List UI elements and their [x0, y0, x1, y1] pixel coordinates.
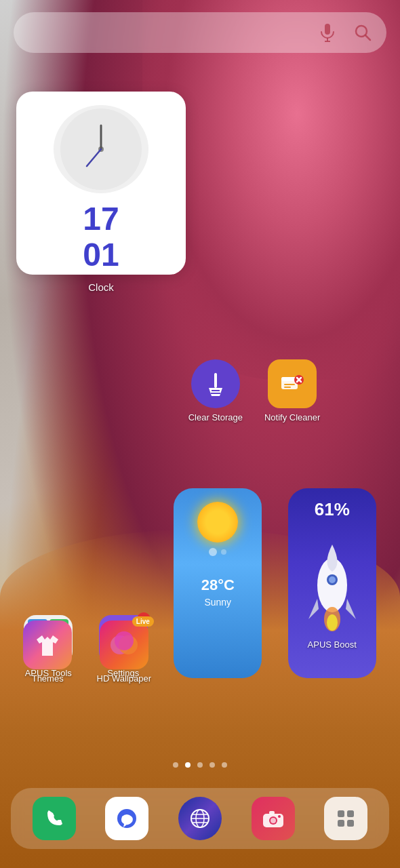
page-dots: [0, 762, 400, 768]
apps-row-1: Clear Storage Notify Cleaner: [0, 359, 400, 422]
svg-line-4: [365, 35, 370, 40]
themes-label: Themes: [32, 673, 64, 684]
svg-rect-0: [325, 24, 330, 35]
clear-storage-label: Clear Storage: [188, 412, 243, 422]
search-icon[interactable]: [351, 21, 374, 44]
mic-icon[interactable]: [316, 21, 339, 44]
svg-point-41: [278, 815, 281, 818]
app-themes[interactable]: Themes: [23, 620, 72, 684]
page-dot-3[interactable]: [197, 762, 203, 768]
svg-rect-13: [284, 387, 291, 388]
svg-rect-9: [214, 373, 217, 388]
svg-point-30: [115, 631, 134, 650]
weather-condition: Sunny: [204, 597, 231, 608]
clock-day: 17: [83, 201, 119, 237]
svg-rect-40: [269, 811, 275, 814]
hd-wallpaper-label: HD Wallpaper: [97, 673, 151, 684]
search-bar[interactable]: [14, 12, 386, 53]
weather-temp: 28°C: [201, 576, 235, 594]
live-badge: Live: [132, 616, 154, 627]
boost-percent: 61%: [315, 499, 350, 520]
apps-row-3: Themes Live HD Wallpaper: [0, 620, 400, 684]
clock-month: 01: [83, 237, 119, 273]
svg-rect-12: [284, 384, 295, 385]
clock-widget[interactable]: 17 01: [16, 92, 186, 275]
svg-rect-45: [347, 820, 354, 827]
app-clear-storage[interactable]: Clear Storage: [188, 359, 243, 422]
svg-rect-42: [338, 810, 344, 817]
dock-camera[interactable]: [252, 797, 295, 840]
page-dot-2[interactable]: [185, 762, 191, 768]
page-dot-5[interactable]: [222, 762, 227, 768]
app-hd-wallpaper[interactable]: Live HD Wallpaper: [97, 620, 151, 684]
svg-point-39: [271, 818, 276, 823]
page-dot-1[interactable]: [173, 762, 178, 768]
dock-browser[interactable]: [178, 797, 222, 840]
clock-label: Clock: [16, 281, 186, 293]
page-dot-4[interactable]: [209, 762, 215, 768]
notify-cleaner-label: Notify Cleaner: [264, 412, 320, 422]
dock: [11, 788, 389, 849]
weather-dots: [209, 548, 226, 556]
dock-messages[interactable]: [105, 797, 148, 840]
svg-rect-43: [347, 810, 354, 817]
dock-phone[interactable]: [33, 797, 76, 840]
clock-date: 17 01: [83, 201, 119, 273]
svg-rect-44: [338, 820, 344, 827]
weather-sun-icon: [197, 502, 238, 542]
app-notify-cleaner[interactable]: Notify Cleaner: [264, 359, 320, 422]
svg-point-25: [329, 576, 336, 583]
dock-apps[interactable]: [324, 797, 367, 840]
clock-face: [54, 105, 148, 193]
